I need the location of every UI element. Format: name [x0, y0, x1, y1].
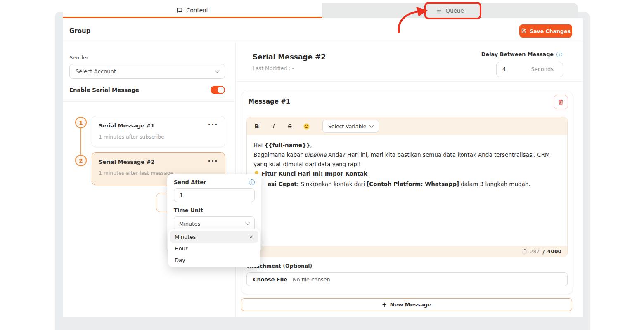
last-modified-text: Last Modified : -: [253, 65, 294, 71]
message-body[interactable]: Hai {{full-name}},Bagaimana kabar pipeli…: [247, 135, 567, 246]
save-icon: [521, 28, 527, 34]
choose-file-button[interactable]: Choose File: [253, 276, 287, 283]
step-number-1: 1: [75, 117, 87, 128]
bold-button[interactable]: B: [253, 123, 260, 130]
message-text-segment: Bagaimana kabar: [253, 151, 304, 158]
serial-item-header: Serial Message #1: [99, 123, 218, 129]
delay-label-row: Delay Between Message: [454, 51, 562, 57]
message-line: Hai {{full-name}},: [253, 141, 561, 150]
timeline-connector: [80, 128, 81, 155]
option-label: Minutes: [175, 234, 196, 240]
char-count-max: 4000: [547, 249, 561, 255]
sender-label: Sender: [69, 54, 88, 61]
serial-item-title: Serial Message #1: [99, 123, 154, 129]
sender-select-value: Select Account: [76, 68, 116, 75]
time-unit-label: Time Unit: [174, 207, 255, 213]
enable-serial-toggle[interactable]: [211, 86, 225, 94]
tab-content[interactable]: Content: [63, 3, 322, 17]
file-status-text: No file chosen: [293, 276, 330, 283]
delete-message-button[interactable]: [554, 95, 568, 109]
editor-toolbar: B I S Select Variable: [247, 117, 567, 135]
time-unit-select[interactable]: Minutes: [174, 216, 255, 231]
time-unit-options: Minutes Hour Day: [168, 229, 260, 267]
plus-icon: [382, 301, 387, 309]
info-icon[interactable]: [249, 179, 255, 185]
message-text-segment: Fitur Kunci Hari Ini: Impor Kontak: [261, 170, 367, 177]
message-line: asi Cepat: Sinkronkan kontak dari [Conto…: [253, 179, 561, 189]
more-options-icon[interactable]: [208, 159, 218, 165]
message-text-segment: Sinkronkan kontak dari: [299, 181, 367, 187]
chevron-down-icon: [215, 68, 219, 73]
message-text-segment: Hai: [253, 142, 264, 148]
new-message-button[interactable]: New Message: [241, 298, 572, 311]
enable-serial-label: Enable Serial Message: [69, 87, 139, 93]
char-count-separator: /: [542, 249, 545, 255]
toggle-knob: [218, 87, 224, 93]
more-options-icon[interactable]: [208, 123, 218, 129]
editor-footer: 287 / 4000: [247, 246, 567, 257]
sender-account-select[interactable]: Select Account: [69, 64, 225, 79]
message-card: Message #1 B I S Select Variable Hai {{f…: [241, 92, 573, 294]
delay-unit-label: Seconds: [531, 66, 554, 72]
select-variable-label: Select Variable: [328, 123, 366, 130]
left-section-divider: [63, 101, 235, 102]
step-number-2: 2: [75, 155, 87, 166]
message-text-segment: pipeline: [304, 151, 327, 158]
annotation-arrow: [387, 5, 433, 37]
send-after-label: Send After: [174, 179, 206, 185]
option-label: Hour: [175, 245, 187, 252]
message-text-segment: dalam 3 langkah mudah.: [459, 181, 530, 187]
group-header: [63, 18, 583, 42]
serial-message-item-1[interactable]: Serial Message #1 1 minutes after subscr…: [92, 116, 225, 147]
char-progress-ring: [522, 249, 527, 255]
delay-between-message-label: Delay Between Message: [481, 51, 554, 57]
message-line: Bagaimana kabar pipeline Anda? Hari ini,…: [253, 150, 561, 169]
detail-title: Serial Message #2: [253, 53, 326, 61]
file-input[interactable]: Choose File No file chosen: [246, 272, 568, 286]
serial-item-subtitle: 1 minutes after subscribe: [99, 134, 218, 140]
new-message-label: New Message: [390, 302, 431, 308]
trash-icon: [558, 99, 564, 105]
option-label: Day: [175, 257, 185, 263]
option-hour[interactable]: Hour: [170, 243, 258, 254]
message-card-title: Message #1: [248, 98, 290, 105]
option-minutes[interactable]: Minutes: [170, 231, 258, 243]
send-after-input[interactable]: [174, 188, 255, 202]
annotation-highlight-box: [424, 2, 481, 19]
serial-item-title: Serial Message #2: [99, 159, 154, 165]
message-text-segment: [Contoh Platform: Whatsapp]: [367, 181, 459, 187]
chat-bubble-icon: [176, 7, 183, 14]
strikethrough-button[interactable]: S: [286, 123, 293, 130]
chevron-down-icon: [245, 220, 250, 225]
popover-header: Send After: [174, 179, 255, 185]
emoji-button[interactable]: [303, 123, 310, 130]
detail-header-divider: [236, 81, 583, 82]
enable-serial-row: Enable Serial Message: [69, 85, 225, 95]
message-text-segment: ,: [310, 142, 312, 148]
message-editor: B I S Select Variable Hai {{full-name}},…: [246, 117, 568, 257]
page-title: Group: [69, 27, 90, 35]
option-day[interactable]: Day: [170, 254, 258, 266]
italic-button[interactable]: I: [270, 123, 277, 130]
message-line: Fitur Kunci Hari Ini: Impor Kontak: [253, 169, 561, 179]
message-text-segment: {{full-name}}: [264, 142, 310, 148]
char-count-current: 287: [530, 249, 540, 255]
serial-item-header: Serial Message #2: [99, 159, 218, 165]
select-variable-dropdown[interactable]: Select Variable: [322, 120, 379, 133]
check-icon: [249, 234, 254, 240]
time-unit-value: Minutes: [179, 221, 200, 227]
tab-content-label: Content: [186, 7, 208, 14]
info-icon[interactable]: [556, 52, 562, 57]
save-changes-button[interactable]: Save Changes: [519, 24, 572, 38]
delay-input-box: Seconds: [496, 62, 563, 77]
message-text-segment: asi Cepat:: [268, 181, 299, 187]
chevron-down-icon: [369, 123, 374, 127]
app-canvas: Content Queue Group Save Changes Sender …: [0, 0, 644, 330]
save-button-label: Save Changes: [530, 28, 571, 34]
